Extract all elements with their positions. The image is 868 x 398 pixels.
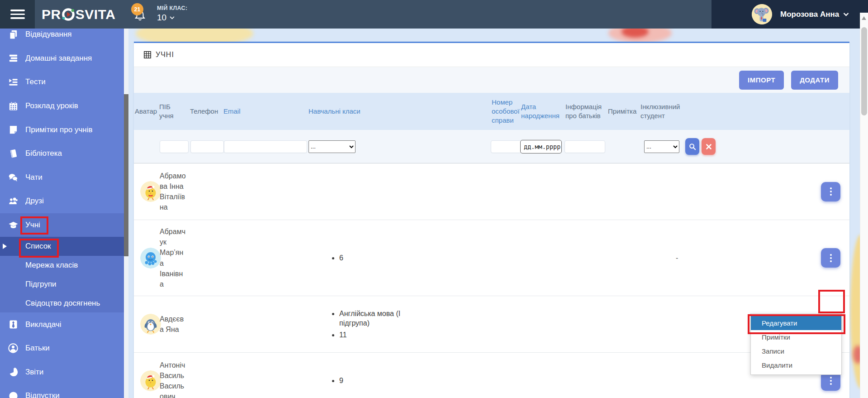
phone-filter-input[interactable] [190, 140, 224, 153]
brand-text-post: SVITA [76, 7, 116, 22]
sidebar-item-student-notes[interactable]: Примітки про учнів [0, 118, 124, 142]
cell-inclusive [640, 296, 692, 352]
class-item: 11 [339, 330, 427, 340]
top-bar: PR SVITA 21 МІЙ КЛАС: 10 [0, 0, 868, 29]
people-icon [7, 196, 19, 206]
filter-cell-classes: ... [308, 130, 491, 163]
notifications-button[interactable]: 21 [134, 9, 154, 27]
column-header-phone[interactable]: Телефон [189, 93, 223, 130]
cell-phone [189, 163, 223, 220]
name-filter-input[interactable] [160, 140, 189, 153]
cell-note [607, 353, 640, 398]
cell-inclusive [640, 353, 692, 398]
filter-cell-case-number [491, 130, 520, 163]
context-menu-notes[interactable]: Примітки [751, 330, 841, 344]
filter-cell-phone [189, 130, 223, 163]
column-header-actions [692, 93, 849, 130]
scroll-up-arrow-icon[interactable] [862, 16, 866, 20]
clear-filters-button[interactable] [702, 138, 716, 155]
case-number-filter-input[interactable] [491, 140, 522, 153]
context-menu-records[interactable]: Записи [751, 344, 841, 358]
pie-chart-icon [7, 367, 19, 377]
classes-filter-select[interactable]: ... [308, 140, 356, 153]
page-scrollbar-thumb[interactable] [861, 27, 867, 115]
cell-case-number [491, 220, 520, 296]
brand-logo[interactable]: PR SVITA [42, 0, 115, 29]
sidebar-item-parents[interactable]: Батьки [0, 336, 124, 360]
chevron-down-icon [843, 13, 849, 16]
close-icon [706, 144, 711, 149]
note-icon [7, 125, 19, 135]
sidebar-scrollbar[interactable] [124, 29, 128, 398]
sidebar-item-students[interactable]: Учні [0, 213, 124, 237]
cell-phone [189, 353, 223, 398]
filter-cell-parents-info [564, 130, 607, 163]
filter-cell-inclusive: ... [640, 130, 692, 163]
column-header-name[interactable]: ПІБ учня [158, 93, 189, 130]
class-item: 6 [339, 253, 427, 263]
classes-list: Англійська мова (І підгрупа) 11 [308, 307, 427, 342]
row-actions-button[interactable] [821, 182, 840, 201]
add-button[interactable]: ДОДАТИ [791, 71, 838, 90]
sidebar-item-label: Відпустки [25, 391, 60, 398]
submenu-item-achievement-certificate[interactable]: Свідоцтво досягнень [0, 294, 124, 313]
my-class-selector[interactable]: МІЙ КЛАС: 10 [157, 5, 187, 23]
sidebar-item-chats[interactable]: Чати [0, 166, 124, 190]
sidebar-item-label: Домашні завдання [25, 54, 92, 63]
sidebar-item-vacations[interactable]: Відпустки [0, 384, 124, 398]
sidebar-item-homework[interactable]: Домашні завдання [0, 47, 124, 71]
sidebar-item-label: Тести [25, 77, 46, 86]
hamburger-menu-button[interactable] [0, 0, 35, 29]
students-panel: УЧНІ ІМПОРТ ДОДАТИ Аватар ПІБ учня Телеф… [134, 42, 849, 398]
user-menu[interactable]: Морозова Анна [711, 0, 868, 29]
table-grid-icon [144, 51, 151, 58]
person-circle-icon [7, 343, 19, 354]
column-header-classes[interactable]: Навчальні класи [308, 93, 491, 130]
submenu-item-label: Список [25, 242, 51, 251]
page-scrollbar[interactable] [860, 13, 868, 398]
column-header-parents-info: Інформація про батьків [564, 93, 607, 130]
chat-bubbles-icon [7, 173, 19, 182]
magnifier-icon [689, 143, 696, 150]
submenu-item-list[interactable]: Список [0, 237, 124, 256]
email-filter-input[interactable] [224, 140, 307, 153]
column-header-birth-date[interactable]: Дата народження [520, 93, 564, 130]
calendar-icon [7, 101, 19, 111]
sidebar-item-schedule[interactable]: Розклад уроків [0, 94, 124, 118]
filter-cell-email [223, 130, 308, 163]
sidebar-item-friends[interactable]: Друзі [0, 189, 124, 213]
book-icon [7, 149, 19, 159]
inclusive-filter-select[interactable]: ... [644, 140, 679, 153]
import-button[interactable]: ІМПОРТ [739, 71, 784, 90]
table-row: Авдєєва Яна Англійська мова (І підгрупа)… [134, 296, 849, 353]
sidebar-item-tests[interactable]: Тести [0, 70, 124, 94]
sidebar-item-label: Викладачі [25, 320, 61, 329]
cell-case-number [491, 163, 520, 220]
birth-date-filter-input[interactable]: дд.мм.рррр [520, 140, 562, 153]
submenu-item-class-network[interactable]: Мережа класів [0, 256, 124, 275]
submenu-item-subgroups[interactable]: Підгрупи [0, 275, 124, 294]
column-header-email[interactable]: Email [223, 93, 308, 130]
sidebar-item-attendance[interactable]: Відвідування [0, 29, 124, 47]
cell-parents-info [564, 296, 607, 352]
search-button[interactable] [685, 138, 699, 155]
cell-phone [189, 220, 223, 296]
cell-birth-date [520, 353, 564, 398]
filter-cell-avatar [134, 130, 158, 163]
context-menu-delete[interactable]: Видалити [751, 358, 841, 372]
tie-icon [7, 319, 19, 330]
circle-icon [7, 391, 19, 398]
date-placeholder: дд.мм.рррр [524, 143, 560, 150]
sidebar-scrollbar-thumb[interactable] [124, 94, 128, 256]
sidebar-item-reports[interactable]: Звіти [0, 360, 124, 384]
column-header-note: Примітка [607, 93, 640, 130]
context-menu-edit[interactable]: Редагувати [751, 316, 841, 330]
cell-avatar [134, 296, 158, 352]
column-header-case-number[interactable]: Номер особової справи [491, 93, 520, 130]
sidebar-item-library[interactable]: Бібліотека [0, 142, 124, 166]
sidebar-item-teachers[interactable]: Викладачі [0, 312, 124, 336]
cell-parents-info [564, 353, 607, 398]
student-name: Авдєєва Яна [158, 296, 189, 352]
parents-info-filter-input[interactable] [564, 140, 605, 153]
row-actions-button[interactable] [821, 248, 840, 268]
